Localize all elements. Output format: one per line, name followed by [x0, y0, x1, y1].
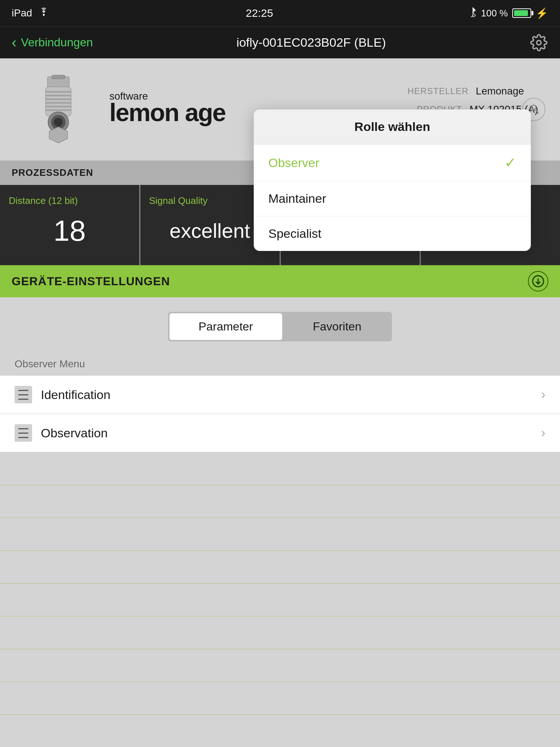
role-option-specialist[interactable]: Specialist: [254, 216, 531, 251]
back-button[interactable]: ‹ Verbindungen: [12, 34, 93, 51]
list-item-identification-label: Identification: [41, 388, 532, 402]
logo-text: lemon age: [109, 100, 225, 125]
tabs-container: Parameter Favoriten: [0, 297, 560, 352]
process-card-signal-label: Signal Quality: [149, 195, 271, 206]
status-bar-time: 22:25: [246, 7, 273, 19]
svg-rect-13: [52, 75, 65, 79]
role-option-maintainer-label: Maintainer: [268, 191, 326, 206]
svg-rect-4: [46, 91, 71, 93]
svg-point-0: [43, 15, 44, 16]
role-dropdown-title: Rolle wählen: [254, 109, 531, 144]
empty-row-2: [0, 485, 560, 518]
list-item-observation[interactable]: Observation ›: [0, 414, 560, 452]
logo-space: [179, 98, 185, 126]
svg-rect-6: [46, 98, 71, 100]
empty-row-7: [0, 649, 560, 682]
nav-bar: ‹ Verbindungen iofly-001EC023B02F (BLE): [0, 26, 560, 58]
role-dropdown: Rolle wählen Observer ✓ Maintainer Speci…: [254, 109, 531, 251]
status-bar-right: 100 % ⚡: [469, 7, 548, 20]
list-section-header: Observer Menu: [0, 352, 560, 376]
role-option-maintainer[interactable]: Maintainer: [254, 181, 531, 216]
empty-row-3: [0, 518, 560, 551]
status-bar: iPad 22:25 100 % ⚡: [0, 0, 560, 26]
manufacturer-label: HERSTELLER: [408, 86, 468, 96]
logo-lemon: lemon: [109, 98, 179, 126]
svg-rect-7: [46, 102, 71, 104]
empty-row-8: [0, 682, 560, 715]
hamburger-icon-identification: [15, 386, 32, 403]
list-item-observation-label: Observation: [41, 426, 532, 440]
device-settings-bar[interactable]: GERÄTE-EINSTELLUNGEN: [0, 265, 560, 297]
chevron-right-icon-observation: ›: [541, 425, 545, 441]
role-option-observer[interactable]: Observer ✓: [254, 144, 531, 181]
charging-icon: ⚡: [536, 7, 548, 19]
process-card-signal-value: excellent: [149, 206, 271, 255]
status-bar-left: iPad: [12, 7, 50, 19]
hamburger-icon-observation: [15, 424, 32, 442]
battery-percent: 100 %: [481, 8, 508, 19]
process-card-distance-label: Distance (12 bit): [9, 195, 131, 206]
device-settings-label: GERÄTE-EINSTELLUNGEN: [12, 275, 170, 288]
process-card-distance-value: 18: [9, 206, 131, 255]
list-item-identification[interactable]: Identification ›: [0, 376, 560, 414]
process-card-distance: Distance (12 bit) 18: [0, 185, 139, 265]
svg-rect-9: [46, 109, 71, 111]
tab-parameter[interactable]: Parameter: [170, 313, 282, 340]
manufacturer-value: Lemonage: [476, 85, 524, 97]
manufacturer-row: HERSTELLER Lemonage: [408, 85, 538, 97]
svg-point-1: [537, 40, 541, 45]
empty-list-area: [0, 452, 560, 747]
role-option-specialist-label: Specialist: [268, 227, 322, 241]
empty-row-6: [0, 616, 560, 649]
svg-rect-8: [46, 106, 71, 107]
bluetooth-icon: [469, 7, 477, 20]
empty-row-5: [0, 584, 560, 616]
settings-button[interactable]: [529, 33, 548, 52]
empty-row-1: [0, 452, 560, 485]
empty-row-9: [0, 715, 560, 747]
product-image: [22, 73, 95, 146]
settings-dropdown-icon: [528, 271, 548, 291]
tab-favoriten[interactable]: Favoriten: [284, 313, 390, 340]
role-option-observer-label: Observer: [268, 156, 319, 170]
wifi-icon: [38, 7, 50, 19]
battery-icon: [512, 8, 531, 18]
checkmark-icon: ✓: [505, 155, 516, 171]
svg-point-12: [54, 118, 63, 127]
chevron-right-icon-identification: ›: [541, 387, 545, 402]
ipad-label: iPad: [12, 7, 32, 19]
empty-row-4: [0, 551, 560, 584]
logo-age: age: [185, 98, 225, 126]
svg-rect-5: [46, 95, 71, 96]
tab-group: Parameter Favoriten: [168, 312, 392, 341]
svg-point-15: [532, 105, 536, 109]
back-label: Verbindungen: [21, 36, 93, 49]
page-title: iofly-001EC023B02F (BLE): [236, 35, 386, 50]
chevron-left-icon: ‹: [12, 34, 16, 51]
